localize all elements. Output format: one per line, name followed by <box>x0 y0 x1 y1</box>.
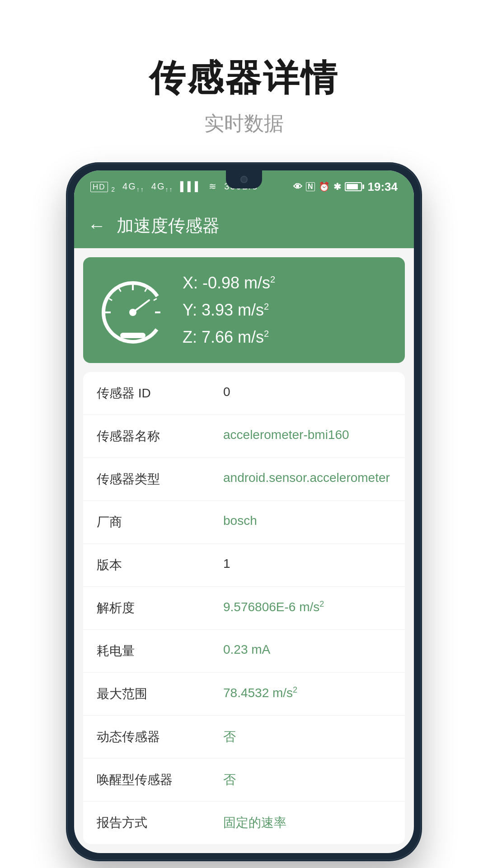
table-row: 传感器 ID 0 <box>83 372 405 415</box>
value-report: 固定的速率 <box>223 814 391 831</box>
svg-line-3 <box>119 288 121 292</box>
label-dynamic: 动态传感器 <box>97 728 223 745</box>
svg-point-9 <box>129 309 136 316</box>
front-camera <box>240 176 248 183</box>
table-row: 版本 1 <box>83 544 405 587</box>
status-notch <box>226 170 262 189</box>
info-table: 传感器 ID 0 传感器名称 accelerometer-bmi160 传感器类… <box>83 372 405 844</box>
value-version: 1 <box>223 557 391 571</box>
table-row: 传感器类型 android.sensor.accelerometer <box>83 458 405 501</box>
table-row: 传感器名称 accelerometer-bmi160 <box>83 415 405 458</box>
label-power: 耗电量 <box>97 642 223 660</box>
value-type: android.sensor.accelerometer <box>223 471 391 485</box>
table-row: 厂商 bosch <box>83 501 405 544</box>
value-power: 0.23 mA <box>223 642 391 657</box>
app-bar: ← 加速度传感器 <box>74 203 414 248</box>
svg-line-5 <box>145 288 147 292</box>
svg-line-6 <box>154 299 157 301</box>
status-bar: HD 2 4G↑↑ 4G↑↑ ▌▌▌ ≋ 350B/s 👁 N ⏰ ✱ <box>74 170 414 203</box>
alarm-icon: ⏰ <box>319 181 330 192</box>
label-type: 传感器类型 <box>97 471 223 488</box>
table-row: 动态传感器 否 <box>83 716 405 759</box>
speedometer-icon <box>97 274 169 346</box>
value-wakeup: 否 <box>223 771 391 788</box>
table-row: 唤醒型传感器 否 <box>83 759 405 802</box>
label-id: 传感器 ID <box>97 385 223 402</box>
page-title: 传感器详情 <box>149 54 339 103</box>
eye-icon: 👁 <box>293 182 302 192</box>
table-row: 耗电量 0.23 mA <box>83 630 405 673</box>
status-bar-right: 👁 N ⏰ ✱ 19:34 <box>293 180 398 194</box>
phone-mockup: HD 2 4G↑↑ 4G↑↑ ▌▌▌ ≋ 350B/s 👁 N ⏰ ✱ <box>68 164 420 859</box>
sensor-z: Z: 7.66 m/s2 <box>183 328 275 347</box>
value-range: 78.4532 m/s2 <box>223 685 391 700</box>
table-row: 解析度 9.576806E-6 m/s2 <box>83 587 405 630</box>
value-name: accelerometer-bmi160 <box>223 428 391 442</box>
back-button[interactable]: ← <box>88 217 106 235</box>
table-row: 报告方式 固定的速率 <box>83 802 405 844</box>
label-report: 报告方式 <box>97 814 223 831</box>
label-name: 传感器名称 <box>97 428 223 445</box>
sensor-card: X: -0.98 m/s2 Y: 3.93 m/s2 Z: 7.66 m/s2 <box>83 257 405 363</box>
status-right-icons: 👁 N ⏰ ✱ 19:34 <box>293 180 398 194</box>
label-vendor: 厂商 <box>97 514 223 531</box>
label-wakeup: 唤醒型传感器 <box>97 771 223 788</box>
bluetooth-icon: ✱ <box>333 181 341 192</box>
label-version: 版本 <box>97 557 223 574</box>
label-range: 最大范围 <box>97 685 223 703</box>
svg-rect-10 <box>120 333 145 338</box>
time-display: 19:34 <box>368 180 398 194</box>
page-subtitle: 实时数据 <box>149 110 339 137</box>
app-bar-title: 加速度传感器 <box>117 214 220 237</box>
value-vendor: bosch <box>223 514 391 528</box>
phone-screen: HD 2 4G↑↑ 4G↑↑ ▌▌▌ ≋ 350B/s 👁 N ⏰ ✱ <box>74 170 414 853</box>
sensor-values: X: -0.98 m/s2 Y: 3.93 m/s2 Z: 7.66 m/s2 <box>183 274 275 347</box>
page-header: 传感器详情 实时数据 <box>149 54 339 137</box>
label-resolution: 解析度 <box>97 599 223 617</box>
sensor-x: X: -0.98 m/s2 <box>183 274 275 292</box>
sensor-y: Y: 3.93 m/s2 <box>183 301 275 320</box>
value-resolution: 9.576806E-6 m/s2 <box>223 599 391 614</box>
nfc-icon: N <box>306 182 315 191</box>
value-id: 0 <box>223 385 391 399</box>
svg-line-2 <box>109 299 112 301</box>
battery-icon <box>345 182 364 191</box>
value-dynamic: 否 <box>223 728 391 745</box>
table-row: 最大范围 78.4532 m/s2 <box>83 673 405 716</box>
